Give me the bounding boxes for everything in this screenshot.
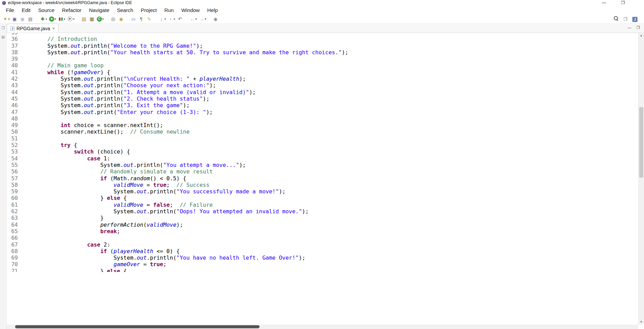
print-button[interactable] (27, 15, 34, 23)
menu-project[interactable]: Project (137, 6, 161, 14)
java-perspective-button[interactable] (632, 16, 637, 22)
workbench: RPGGame.java × — ❐ 3536 // Introduction3… (0, 24, 644, 329)
tab-rpggame-java[interactable]: RPGGame.java × (7, 24, 58, 33)
horizontal-scrollbar[interactable] (7, 325, 638, 329)
menu-file[interactable]: File (2, 6, 18, 14)
code-line[interactable]: 40 // Main game loop (7, 62, 638, 69)
code-line[interactable]: 41 while (!gameOver) { (7, 69, 638, 76)
code-line[interactable]: 42 System.out.println("\nCurrent Health:… (7, 76, 638, 82)
dropdown-arrow-icon[interactable]: ▾ (46, 18, 47, 21)
close-tab-icon[interactable]: × (52, 26, 55, 31)
dropdown-arrow-icon[interactable]: ▾ (64, 18, 65, 21)
scroll-up-icon[interactable]: ▲ (639, 33, 644, 38)
forward-button[interactable]: ▾ (198, 15, 207, 23)
save-all-button[interactable] (19, 15, 26, 23)
code-line[interactable]: 46 System.out.println("3. Exit the game"… (7, 102, 638, 109)
vertical-scrollbar-thumb[interactable] (639, 107, 643, 178)
run-button[interactable]: ▾ (48, 15, 57, 23)
code-line[interactable]: 48 (7, 115, 638, 122)
package-explorer-shortcut-button[interactable] (0, 34, 6, 40)
code-line[interactable]: 67 case 2: (7, 241, 638, 248)
code-line[interactable]: 45 System.out.println("2. Check health s… (7, 95, 638, 102)
menu-source[interactable]: Source (34, 6, 58, 14)
external-tools-button[interactable]: ▾ (67, 15, 75, 23)
scroll-down-icon[interactable]: ▼ (639, 319, 644, 325)
code-line[interactable]: 71 } else { (7, 268, 638, 272)
code-line[interactable]: 55 System.out.println("You attempt a mov… (7, 162, 638, 168)
dropdown-arrow-icon[interactable]: ▾ (102, 18, 104, 21)
code-line[interactable]: 60 } else { (7, 195, 638, 201)
open-task-button[interactable] (110, 15, 117, 23)
code-line[interactable]: 54 case 1: (7, 155, 638, 162)
code-line[interactable]: 47 System.out.print("Enter your choice (… (7, 109, 638, 115)
code-line[interactable]: 66 (7, 235, 638, 241)
dropdown-arrow-icon[interactable]: ▾ (195, 18, 197, 21)
save-button[interactable] (11, 15, 18, 23)
vertical-scrollbar[interactable]: ▲ ▼ (638, 33, 644, 325)
menu-edit[interactable]: Edit (18, 6, 34, 14)
minimize-editor-icon[interactable]: — (628, 25, 631, 30)
code-line[interactable]: 52 try { (7, 142, 638, 148)
dropdown-arrow-icon[interactable]: ▾ (55, 18, 56, 21)
quick-access-search-button[interactable] (613, 16, 619, 22)
code-line[interactable]: 61 validMove = false; // Failure (7, 202, 638, 208)
last-edit-location-button[interactable] (176, 15, 184, 23)
show-whitespace-button[interactable] (138, 15, 145, 23)
dropdown-arrow-icon[interactable]: ▾ (8, 18, 10, 21)
code-line[interactable]: 39 (7, 56, 638, 62)
pin-editor-button[interactable] (212, 15, 219, 23)
code-line[interactable]: 59 System.out.println("You successfully … (7, 188, 638, 195)
code-line[interactable]: 62 System.out.println("Oops! You attempt… (7, 208, 638, 215)
code-line[interactable]: 50 scanner.nextLine(); // Consume newlin… (7, 128, 638, 135)
code-line[interactable]: 58 validMove = true; // Success (7, 182, 638, 188)
back-button[interactable]: ▾ (189, 15, 197, 23)
horizontal-scrollbar-thumb[interactable] (15, 325, 260, 328)
menu-help[interactable]: Help (204, 6, 222, 14)
search-flashlight-button[interactable] (117, 15, 125, 23)
code-line[interactable]: 36 // Introduction (7, 36, 638, 42)
new-package-button[interactable] (88, 15, 95, 23)
code-line[interactable]: 69 System.out.println("You have no healt… (7, 254, 638, 261)
dropdown-arrow-icon[interactable]: ▾ (205, 18, 206, 21)
debug-button[interactable]: ▾ (39, 15, 48, 23)
open-console-button[interactable] (130, 15, 137, 23)
code-line[interactable]: 63 } (7, 215, 638, 221)
code-line[interactable]: 35 (7, 33, 638, 36)
code-line[interactable]: 57 if (Math.random() < 0.5) { (7, 175, 638, 182)
dropdown-arrow-icon[interactable]: ▾ (174, 18, 175, 21)
open-perspective-button[interactable] (623, 16, 628, 22)
dropdown-arrow-icon[interactable]: ▾ (164, 18, 166, 21)
dropdown-arrow-icon[interactable]: ▾ (73, 18, 74, 21)
code-line[interactable]: 64 performAction(validMove); (7, 222, 638, 228)
menu-window[interactable]: Window (177, 6, 203, 14)
code-line[interactable]: 37 System.out.println("Welcome to the RP… (7, 43, 638, 49)
line-number: 71 (7, 268, 21, 272)
next-annotation-button[interactable]: ▾ (158, 15, 166, 23)
menu-navigate[interactable]: Navigate (85, 6, 113, 14)
code-line[interactable]: 44 System.out.println("1. Attempt a move… (7, 89, 638, 95)
code-line[interactable]: 53 switch (choice) { (7, 148, 638, 155)
new-class-button[interactable]: ▾ (96, 15, 104, 23)
line-number: 38 (7, 49, 21, 56)
code-line[interactable]: 43 System.out.println("Choose your next … (7, 82, 638, 89)
code-line[interactable]: 56 // Randomly simulate a move result (7, 168, 638, 175)
code-line[interactable]: 49 int choice = scanner.nextInt(); (7, 122, 638, 128)
mark-occurrences-button[interactable] (146, 15, 153, 23)
maximize-window-button[interactable]: ❐ (621, 0, 625, 5)
restore-editor-view-button[interactable] (0, 25, 6, 31)
menu-refactor[interactable]: Refactor (58, 6, 85, 14)
code-line[interactable]: 38 System.out.println("Your health start… (7, 49, 638, 56)
code-editor[interactable]: 3536 // Introduction37 System.out.printl… (7, 33, 644, 329)
menu-search[interactable]: Search (113, 6, 137, 14)
previous-annotation-button[interactable]: ▾ (167, 15, 176, 23)
maximize-editor-icon[interactable]: ❐ (636, 25, 640, 30)
code-line[interactable]: 70 gameOver = true; (7, 261, 638, 268)
menu-run[interactable]: Run (161, 6, 178, 14)
coverage-button[interactable]: ▾ (57, 15, 66, 23)
code-line[interactable]: 51 (7, 135, 638, 142)
new-wizard-button[interactable]: ▾ (2, 15, 10, 23)
code-line[interactable]: 68 if (playerHealth <= 0) { (7, 248, 638, 254)
minimize-window-button[interactable]: — (602, 0, 606, 5)
new-java-project-button[interactable] (80, 15, 88, 23)
code-line[interactable]: 65 break; (7, 228, 638, 235)
